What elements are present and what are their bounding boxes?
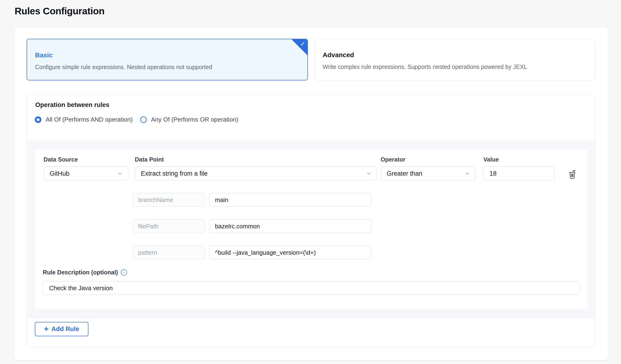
chevron-down-icon bbox=[464, 170, 471, 177]
add-rule-button-label: Add Rule bbox=[51, 325, 79, 333]
mode-tabs: ✓ Basic Configure simple rule expression… bbox=[27, 39, 595, 81]
operation-radio-group: All Of (Performs AND operation) Any Of (… bbox=[35, 116, 238, 123]
main-card: ✓ Basic Configure simple rule expression… bbox=[15, 28, 608, 360]
tab-advanced-title: Advanced bbox=[323, 51, 587, 59]
operator-value: Greater than bbox=[387, 170, 422, 177]
param-key-field: branchName bbox=[133, 193, 205, 207]
tab-advanced[interactable]: Advanced Write complex rule expressions.… bbox=[314, 39, 595, 81]
rules-list-section: Data Source Data Point Operator Value Gi… bbox=[27, 141, 595, 319]
rules-configuration-page: Rules Configuration ✓ Basic Configure si… bbox=[0, 0, 621, 364]
tab-advanced-description: Write complex rule expressions. Supports… bbox=[323, 64, 587, 70]
param-key-field: filePath bbox=[133, 219, 205, 233]
radio-all-of[interactable]: All Of (Performs AND operation) bbox=[35, 116, 133, 123]
radio-selected-icon[interactable] bbox=[35, 116, 41, 123]
tab-basic-description: Configure simple rule expressions. Neste… bbox=[35, 64, 299, 70]
radio-unselected-icon[interactable] bbox=[140, 116, 147, 123]
data-source-select[interactable]: GitHub bbox=[44, 166, 128, 181]
param-value-input[interactable] bbox=[209, 193, 371, 207]
data-point-select[interactable]: Extract string from a file bbox=[135, 166, 377, 181]
param-row-file-path: filePath bbox=[133, 219, 371, 233]
operator-label: Operator bbox=[380, 156, 406, 163]
add-rule-button[interactable]: + Add Rule bbox=[35, 322, 88, 336]
operation-section-title: Operation between rules bbox=[35, 101, 109, 109]
rule-card: Data Source Data Point Operator Value Gi… bbox=[34, 149, 587, 309]
page-title: Rules Configuration bbox=[15, 6, 104, 17]
rule-description-label: Rule Description (optional) bbox=[43, 269, 118, 276]
data-point-label: Data Point bbox=[135, 156, 164, 163]
param-value-input[interactable] bbox=[209, 246, 371, 259]
tab-basic-title: Basic bbox=[35, 51, 299, 59]
plus-icon: + bbox=[44, 325, 49, 333]
radio-any-of[interactable]: Any Of (Performs OR operation) bbox=[140, 116, 238, 123]
data-source-value: GitHub bbox=[50, 170, 69, 177]
rules-panel: Operation between rules All Of (Performs… bbox=[27, 94, 595, 347]
trash-icon bbox=[567, 169, 577, 179]
value-label: Value bbox=[483, 156, 499, 163]
info-icon[interactable]: i bbox=[121, 269, 127, 276]
radio-any-of-label: Any Of (Performs OR operation) bbox=[151, 116, 238, 123]
param-row-branch-name: branchName bbox=[133, 193, 371, 207]
data-point-value: Extract string from a file bbox=[141, 170, 208, 177]
check-icon: ✓ bbox=[300, 40, 306, 48]
chevron-down-icon bbox=[365, 170, 372, 177]
radio-all-of-label: All Of (Performs AND operation) bbox=[46, 116, 133, 123]
rule-description-input[interactable] bbox=[43, 281, 580, 295]
param-value-input[interactable] bbox=[209, 219, 371, 233]
operator-select[interactable]: Greater than bbox=[380, 166, 476, 181]
data-source-label: Data Source bbox=[44, 156, 78, 163]
tab-basic[interactable]: ✓ Basic Configure simple rule expression… bbox=[27, 39, 308, 81]
chevron-down-icon bbox=[117, 170, 123, 177]
rule-description-label-row: Rule Description (optional) i bbox=[43, 269, 127, 276]
delete-rule-button[interactable] bbox=[567, 168, 578, 180]
param-key-field: pattern bbox=[133, 246, 205, 259]
param-row-pattern: pattern bbox=[133, 246, 371, 259]
value-input[interactable] bbox=[483, 166, 555, 181]
